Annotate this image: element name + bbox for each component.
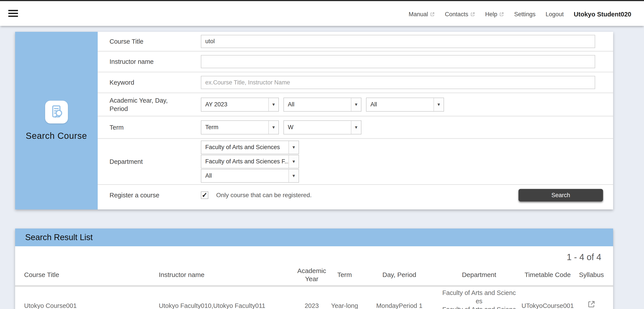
row-department: Department Faculty of Arts and Sciences … xyxy=(98,139,613,185)
day-value: All xyxy=(284,98,351,111)
cell-instructor: Utokyo Faculty010,Utokyo Faculty011 xyxy=(159,302,265,309)
row-academic-year-day-period: Academic Year, Day, Period AY 2023 ▼ All… xyxy=(98,93,613,116)
result-count: 1 - 4 of 4 xyxy=(567,252,601,262)
term-value-select[interactable]: W ▼ xyxy=(284,120,362,134)
user-name: Utokyo Student020 xyxy=(574,11,631,18)
table-row: Utokyo Course001 Utokyo Faculty010,Utoky… xyxy=(15,287,613,309)
row-instructor: Instructor name xyxy=(98,52,613,72)
chevron-down-icon: ▼ xyxy=(434,98,444,111)
cell-syllabus[interactable] xyxy=(587,300,596,309)
department-value-1: Faculty of Arts and Sciences xyxy=(201,141,288,154)
register-label: Register a course xyxy=(98,191,201,199)
chevron-down-icon: ▼ xyxy=(288,155,298,168)
col-header-day-period: Day, Period xyxy=(382,271,416,278)
register-checkbox[interactable]: ✓ xyxy=(201,191,208,199)
result-table-header: Course Title Instructor name Academic Ye… xyxy=(15,264,613,285)
search-course-panel: Search Course Course Title Instructor na… xyxy=(15,32,613,209)
department-select-1[interactable]: Faculty of Arts and Sciences ▼ xyxy=(201,141,299,154)
keyword-label: Keyword xyxy=(98,78,201,87)
period-value: All xyxy=(366,98,434,111)
instructor-label: Instructor name xyxy=(98,58,201,66)
nav-logout[interactable]: Logout xyxy=(546,11,564,18)
department-select-2[interactable]: Faculty of Arts and Sciences F... ▼ xyxy=(201,155,299,168)
row-term: Term Term ▼ W ▼ xyxy=(98,116,613,139)
chevron-down-icon: ▼ xyxy=(288,141,298,154)
col-header-department: Department xyxy=(462,271,496,278)
term-label: Term xyxy=(98,123,201,132)
external-link-icon xyxy=(470,12,475,17)
external-link-icon xyxy=(499,12,504,17)
external-link-icon xyxy=(587,300,596,308)
term-type-value: Term xyxy=(201,121,268,134)
nav-help-label: Help xyxy=(485,11,498,18)
col-header-timetable-code: Timetable Code xyxy=(524,271,571,278)
term-type-select[interactable]: Term ▼ xyxy=(201,120,279,134)
col-header-term: Term xyxy=(337,271,352,278)
cell-academic-year: 2023 xyxy=(305,302,319,309)
row-course-title: Course Title xyxy=(98,32,613,52)
cell-course-title[interactable]: Utokyo Course001 xyxy=(24,302,77,309)
chevron-down-icon: ▼ xyxy=(351,121,361,134)
cell-timetable-code: UTokyoCourse001 xyxy=(522,302,574,309)
row-keyword: Keyword xyxy=(98,72,613,93)
nav-manual-label: Manual xyxy=(409,11,428,18)
chevron-down-icon: ▼ xyxy=(351,98,361,111)
hamburger-menu-icon[interactable] xyxy=(8,10,18,17)
col-header-course-title: Course Title xyxy=(24,271,59,278)
instructor-input[interactable] xyxy=(201,55,595,68)
check-icon: ✓ xyxy=(202,191,208,199)
day-select[interactable]: All ▼ xyxy=(284,98,362,112)
top-bar: Manual Contacts Help xyxy=(0,0,644,26)
row-register: Register a course ✓ Only course that can… xyxy=(98,185,613,205)
search-form: Course Title Instructor name Keyword xyxy=(98,32,613,205)
nav-contacts-label: Contacts xyxy=(445,11,468,18)
register-checkbox-label: Only course that can be registered. xyxy=(216,192,312,199)
chevron-down-icon: ▼ xyxy=(268,121,278,134)
course-title-label: Course Title xyxy=(98,37,201,46)
course-title-input[interactable] xyxy=(201,35,595,48)
col-header-syllabus: Syllabus xyxy=(579,271,604,278)
cell-day-period: MondayPeriod 1 xyxy=(376,302,422,309)
academic-year-value: AY 2023 xyxy=(201,98,268,111)
term-value: W xyxy=(284,121,351,134)
nav-contacts[interactable]: Contacts xyxy=(445,11,475,18)
nav-manual[interactable]: Manual xyxy=(409,11,435,18)
search-course-sidebar: Search Course xyxy=(15,32,98,209)
chevron-down-icon: ▼ xyxy=(288,170,298,182)
search-result-panel: Search Result List 1 - 4 of 4 Course Tit… xyxy=(15,228,613,309)
nav-help[interactable]: Help xyxy=(485,11,504,18)
search-result-header: Search Result List xyxy=(15,228,613,246)
department-value-2: Faculty of Arts and Sciences F... xyxy=(201,155,288,168)
period-select[interactable]: All ▼ xyxy=(366,98,444,112)
search-panel-title: Search Course xyxy=(26,131,87,141)
document-search-icon xyxy=(45,101,68,123)
department-value-3: All xyxy=(201,170,288,182)
nav-settings-label: Settings xyxy=(514,11,536,18)
nav-settings[interactable]: Settings xyxy=(514,11,536,18)
external-link-icon xyxy=(430,12,435,17)
col-header-academic-year: Academic Year xyxy=(293,267,330,283)
top-navigation: Manual Contacts Help xyxy=(409,2,631,26)
cell-department: Faculty of Arts and Scienc es Faculty of… xyxy=(438,288,521,309)
nav-logout-label: Logout xyxy=(546,11,564,18)
chevron-down-icon: ▼ xyxy=(268,98,278,111)
keyword-input[interactable] xyxy=(201,76,595,89)
academic-label: Academic Year, Day, Period xyxy=(98,96,201,113)
department-label: Department xyxy=(98,157,201,166)
search-result-title: Search Result List xyxy=(25,233,93,242)
academic-year-select[interactable]: AY 2023 ▼ xyxy=(201,98,279,112)
table-header-divider xyxy=(15,285,613,287)
col-header-instructor: Instructor name xyxy=(159,271,204,278)
cell-term: Year-long xyxy=(331,302,358,309)
page: Manual Contacts Help xyxy=(0,0,644,309)
search-button[interactable]: Search xyxy=(518,189,603,201)
department-select-3[interactable]: All ▼ xyxy=(201,169,299,183)
